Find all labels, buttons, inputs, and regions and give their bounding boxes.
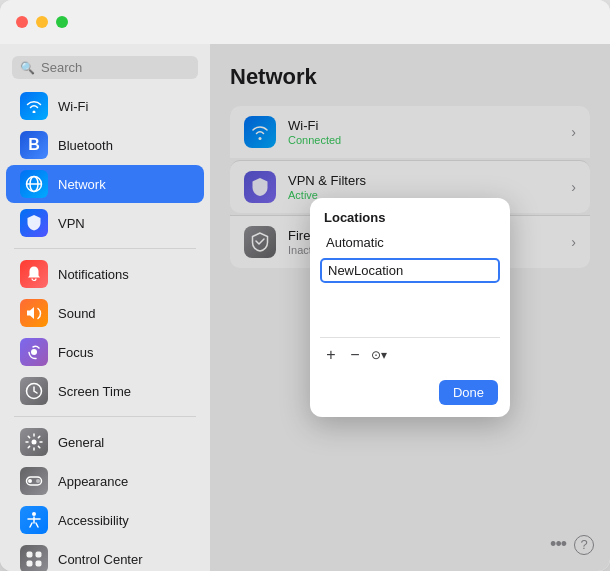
add-location-button[interactable]: + — [320, 344, 342, 366]
svg-point-4 — [32, 440, 37, 445]
divider-2 — [14, 416, 196, 417]
main-window: 🔍 Wi-Fi B Bluetooth — [0, 0, 610, 571]
focus-icon — [20, 338, 48, 366]
location-name-input[interactable] — [320, 258, 500, 283]
main-content: Network Wi-Fi Connected › — [210, 44, 610, 571]
minimize-button[interactable] — [36, 16, 48, 28]
search-input[interactable] — [41, 60, 190, 75]
svg-rect-9 — [27, 552, 33, 558]
sidebar-item-appearance-label: Appearance — [58, 474, 128, 489]
dialog-overlay: Locations Automatic + − ⊙▾ — [210, 44, 610, 571]
sidebar-item-wifi[interactable]: Wi-Fi — [6, 87, 204, 125]
sidebar-item-focus-label: Focus — [58, 345, 93, 360]
sidebar-item-network[interactable]: Network — [6, 165, 204, 203]
close-button[interactable] — [16, 16, 28, 28]
sidebar-item-network-label: Network — [58, 177, 106, 192]
sidebar-item-appearance[interactable]: Appearance — [6, 462, 204, 500]
sidebar-item-screentime-label: Screen Time — [58, 384, 131, 399]
spacer — [310, 291, 510, 331]
search-icon: 🔍 — [20, 61, 35, 75]
sidebar-item-notifications[interactable]: Notifications — [6, 255, 204, 293]
sidebar-item-accessibility-label: Accessibility — [58, 513, 129, 528]
vpn-icon — [20, 209, 48, 237]
locations-dialog: Locations Automatic + − ⊙▾ — [310, 198, 510, 417]
done-button[interactable]: Done — [439, 380, 498, 405]
sidebar-item-screentime[interactable]: Screen Time — [6, 372, 204, 410]
sidebar-item-controlcenter[interactable]: Control Center — [6, 540, 204, 571]
svg-rect-11 — [27, 561, 33, 567]
content-area: 🔍 Wi-Fi B Bluetooth — [0, 44, 610, 571]
wifi-icon — [20, 92, 48, 120]
sidebar-item-general-label: General — [58, 435, 104, 450]
dialog-footer: Done — [310, 372, 510, 417]
screentime-icon — [20, 377, 48, 405]
controlcenter-icon — [20, 545, 48, 571]
dialog-input-row — [310, 254, 510, 291]
svg-rect-10 — [36, 552, 42, 558]
traffic-lights — [16, 16, 68, 28]
sidebar-item-focus[interactable]: Focus — [6, 333, 204, 371]
sidebar: 🔍 Wi-Fi B Bluetooth — [0, 44, 210, 571]
sidebar-item-notifications-label: Notifications — [58, 267, 129, 282]
titlebar — [0, 0, 610, 44]
sidebar-item-general[interactable]: General — [6, 423, 204, 461]
dialog-title: Locations — [310, 198, 510, 231]
sidebar-item-sound-label: Sound — [58, 306, 96, 321]
appearance-icon — [20, 467, 48, 495]
sidebar-item-bluetooth-label: Bluetooth — [58, 138, 113, 153]
sidebar-item-controlcenter-label: Control Center — [58, 552, 143, 567]
location-options-button[interactable]: ⊙▾ — [368, 344, 390, 366]
svg-point-5 — [28, 479, 32, 483]
svg-point-6 — [36, 479, 40, 483]
dialog-list: Automatic — [310, 231, 510, 254]
svg-point-8 — [32, 512, 36, 516]
svg-rect-12 — [36, 561, 42, 567]
network-icon — [20, 170, 48, 198]
dialog-toolbar: + − ⊙▾ — [310, 338, 510, 372]
accessibility-icon — [20, 506, 48, 534]
sidebar-item-accessibility[interactable]: Accessibility — [6, 501, 204, 539]
general-icon — [20, 428, 48, 456]
remove-location-button[interactable]: − — [344, 344, 366, 366]
sidebar-item-bluetooth[interactable]: B Bluetooth — [6, 126, 204, 164]
notifications-icon — [20, 260, 48, 288]
sidebar-item-sound[interactable]: Sound — [6, 294, 204, 332]
search-bar[interactable]: 🔍 — [12, 56, 198, 79]
sidebar-item-wifi-label: Wi-Fi — [58, 99, 88, 114]
bluetooth-icon: B — [20, 131, 48, 159]
maximize-button[interactable] — [56, 16, 68, 28]
dialog-item-automatic[interactable]: Automatic — [320, 231, 500, 254]
divider-1 — [14, 248, 196, 249]
svg-point-2 — [31, 349, 37, 355]
sidebar-item-vpn[interactable]: VPN — [6, 204, 204, 242]
sound-icon — [20, 299, 48, 327]
sidebar-item-vpn-label: VPN — [58, 216, 85, 231]
